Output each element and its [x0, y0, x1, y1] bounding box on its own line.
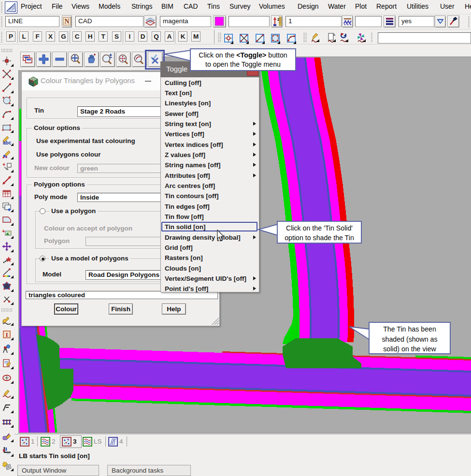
svg-text:abc: abc [3, 140, 12, 145]
svg-text:+: + [2, 228, 5, 234]
svg-text:d: d [34, 83, 36, 86]
svg-text:+: + [2, 161, 5, 167]
svg-text:12: 12 [29, 79, 33, 83]
svg-text:I: I [6, 332, 8, 338]
svg-text:N: N [64, 18, 69, 25]
